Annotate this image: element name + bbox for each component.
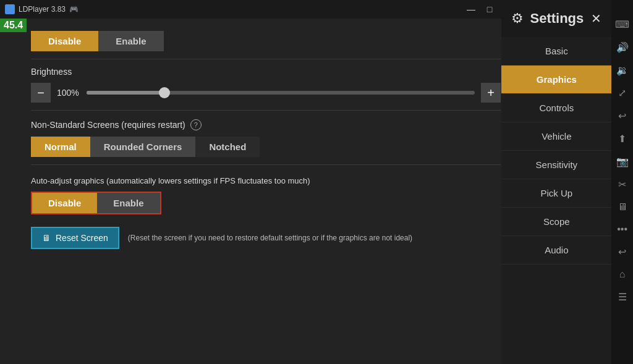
screen-normal-button[interactable]: Normal	[31, 137, 90, 157]
screen-notched-button[interactable]: Notched	[195, 137, 260, 157]
brightness-row: − 100% +	[31, 83, 501, 103]
reset-screen-button[interactable]: 🖥 Reset Screen	[31, 227, 119, 249]
non-standard-section: Non-Standard Screens (requires restart) …	[31, 119, 501, 157]
sidebar-item-sensitivity[interactable]: Sensitivity	[501, 151, 611, 179]
brightness-track	[87, 91, 475, 95]
volume2-icon[interactable]: 🔉	[616, 64, 629, 76]
titlebar: LDPlayer 3.83 🎮 — □ ✕	[0, 0, 501, 19]
home-icon[interactable]: ⌂	[619, 269, 626, 280]
volume-icon[interactable]: 🔊	[616, 41, 629, 53]
rotate-icon[interactable]: ↩	[618, 110, 626, 122]
help-icon[interactable]: ?	[190, 119, 202, 130]
top-enable-button[interactable]: Enable	[98, 31, 163, 51]
icon-strip: ⌨ 🔊 🔉 ⤢ ↩ ⬆ 📷 ✂ 🖥 ••• ↩ ⌂ ☰	[611, 0, 633, 364]
sidebar-item-controls[interactable]: Controls	[501, 94, 611, 122]
minimize-button[interactable]: —	[465, 4, 477, 14]
app-title: LDPlayer 3.83	[19, 5, 66, 14]
non-standard-label: Non-Standard Screens (requires restart)	[31, 120, 185, 130]
brightness-thumb[interactable]	[159, 87, 170, 98]
brightness-label: Brightness	[31, 67, 501, 77]
reset-screen-note: (Reset the screen if you need to restore…	[128, 234, 412, 242]
sidebar-nav: Basic Graphics Controls Vehicle Sensitiv…	[501, 37, 611, 364]
sidebar-item-scope[interactable]: Scope	[501, 208, 611, 236]
sidebar-item-audio[interactable]: Audio	[501, 236, 611, 265]
auto-enable-button[interactable]: Enable	[97, 193, 159, 213]
sidebar-item-graphics[interactable]: Graphics	[501, 66, 611, 94]
screen-rounded-button[interactable]: Rounded Corners	[90, 137, 196, 157]
fullscreen-icon[interactable]: ⤢	[618, 87, 626, 99]
menu-icon[interactable]: ☰	[618, 291, 627, 303]
maximize-button[interactable]: □	[483, 4, 496, 14]
titlebar-controls: — □ ✕	[465, 4, 501, 14]
sidebar-item-vehicle[interactable]: Vehicle	[501, 122, 611, 151]
scissors-icon[interactable]: ✂	[618, 179, 626, 190]
more-icon[interactable]: •••	[617, 224, 627, 235]
sidebar: ⚙ Settings ✕ Basic Graphics Controls Veh…	[501, 0, 611, 364]
divider-2	[31, 110, 501, 111]
settings-scroll[interactable]: Disable Enable Brightness − 100% +	[0, 19, 501, 364]
sidebar-close-button[interactable]: ✕	[591, 11, 601, 26]
auto-adjust-toggle-row: Disable Enable	[31, 192, 161, 214]
screenshot-icon[interactable]: 📷	[616, 156, 629, 167]
non-standard-label-row: Non-Standard Screens (requires restart) …	[31, 119, 501, 130]
main-content: LDPlayer 3.83 🎮 — □ ✕ 45.4 Disable Enabl…	[0, 0, 501, 364]
auto-disable-button[interactable]: Disable	[32, 193, 97, 213]
fps-badge: 45.4	[0, 19, 27, 32]
brightness-section: Brightness − 100% +	[31, 67, 501, 103]
divider-3	[31, 164, 501, 165]
brightness-fill	[87, 91, 164, 95]
divider-1	[31, 59, 501, 59]
sidebar-item-basic[interactable]: Basic	[501, 37, 611, 66]
screen-options: Normal Rounded Corners Notched	[31, 137, 501, 157]
import-icon[interactable]: ⬆	[618, 133, 626, 145]
auto-adjust-label: Auto-adjust graphics (automatically lowe…	[31, 176, 501, 185]
brightness-slider[interactable]	[87, 90, 475, 95]
monitor-icon[interactable]: 🖥	[618, 201, 627, 213]
sidebar-title: Settings	[530, 11, 585, 27]
sidebar-header: ⚙ Settings ✕	[501, 0, 611, 37]
app-logo	[5, 4, 15, 14]
keyboard-icon[interactable]: ⌨	[615, 19, 629, 30]
reset-section: 🖥 Reset Screen (Reset the screen if you …	[31, 227, 501, 249]
top-toggle-row: Disable Enable	[31, 31, 501, 51]
app-icon: 🎮	[69, 5, 79, 14]
brightness-value: 100%	[57, 88, 80, 98]
auto-adjust-section: Auto-adjust graphics (automatically lowe…	[31, 176, 501, 214]
reset-screen-icon: 🖥	[42, 233, 51, 243]
reset-screen-label: Reset Screen	[56, 233, 108, 243]
top-disable-button[interactable]: Disable	[31, 31, 98, 51]
sidebar-item-pickup[interactable]: Pick Up	[501, 179, 611, 208]
settings-gear-icon: ⚙	[511, 11, 524, 27]
brightness-plus-button[interactable]: +	[481, 83, 501, 103]
brightness-minus-button[interactable]: −	[31, 83, 51, 103]
back-icon[interactable]: ↩	[618, 246, 626, 258]
